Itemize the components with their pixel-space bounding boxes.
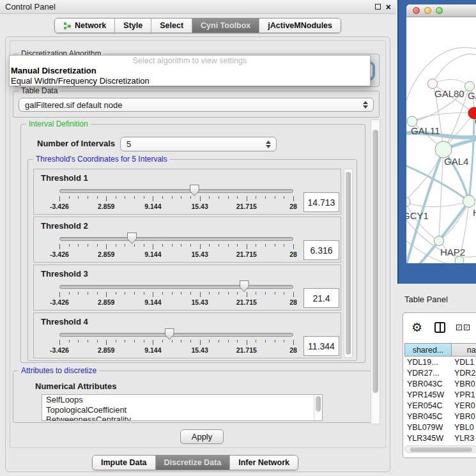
table-row[interactable]: YIL052CYIL0 — [404, 443, 476, 445]
gear-icon[interactable]: ⚙ — [411, 321, 422, 334]
slider-thumb[interactable] — [165, 328, 174, 340]
scale-label: 2.859 — [98, 298, 114, 306]
tick-mark — [181, 340, 181, 342]
tick-mark — [162, 244, 163, 247]
tab-label: jActiveMNodules — [268, 21, 332, 30]
apply-button[interactable]: Apply — [180, 429, 224, 444]
checkbox-icon: ✓ — [464, 325, 470, 330]
table-row[interactable]: YDR27...YDR2 — [404, 367, 476, 378]
tab-discretize-data[interactable]: Discretize Data — [156, 456, 231, 470]
network-edge[interactable] — [469, 113, 474, 201]
tick-mark — [78, 244, 79, 247]
network-edge[interactable] — [406, 164, 469, 201]
menu-item-equal-width-frequency-discretization[interactable]: Equal Width/Frequency Discretization — [10, 76, 370, 86]
slider-thumb[interactable] — [190, 185, 199, 196]
scale-label: 21.715 — [236, 250, 257, 258]
network-canvas[interactable]: GAL80GACGAL11GAL4GCY1HHAP2 — [406, 17, 476, 263]
tab-infer-network[interactable]: Infer Network — [230, 456, 298, 470]
column-header-name[interactable]: name — [452, 343, 476, 357]
list-item-selfloops[interactable]: SelfLoops — [42, 395, 322, 405]
node-gcy1[interactable] — [406, 197, 410, 207]
node-gal80[interactable] — [428, 79, 438, 89]
table-row[interactable]: YBR045CYBR0 — [404, 411, 476, 422]
network-edge[interactable] — [406, 150, 443, 202]
table-data-select[interactable]: galFiltered.sif default node — [19, 98, 374, 112]
tick-mark — [237, 340, 238, 342]
select-columns-icon[interactable]: ✓ ✓ — [456, 325, 470, 330]
tab-jactivemnodules[interactable]: jActiveMNodules — [259, 19, 341, 33]
tab-impute-data[interactable]: Impute Data — [93, 456, 156, 470]
threshold-value-field[interactable]: 21.4 — [303, 288, 339, 308]
tick-mark — [153, 292, 153, 297]
attributes-listbox[interactable]: SelfLoopsTopologicalCoefficientBetweenne… — [42, 394, 323, 421]
slider-thumb[interactable] — [240, 280, 249, 292]
table-row[interactable]: YPR145WYPR1 — [404, 389, 476, 400]
tick-mark — [275, 244, 275, 247]
tick-mark — [181, 244, 181, 247]
slider-track[interactable] — [59, 285, 293, 289]
scale-label: -3.426 — [50, 298, 69, 306]
network-edge[interactable] — [433, 79, 470, 86]
tick-mark — [237, 196, 238, 199]
tab-style[interactable]: Style — [115, 19, 151, 33]
minimize-window-icon[interactable] — [424, 7, 431, 14]
list-item-betweennesscentrality[interactable]: BetweennessCentrality — [42, 415, 322, 421]
tab-label: Style — [123, 21, 142, 30]
threshold-panel-3: Threshold 3-3.4262.8599.14415.4321.71528… — [33, 265, 341, 311]
scale-label: 21.715 — [236, 346, 257, 354]
node-hap2[interactable] — [434, 236, 444, 246]
tick-mark — [200, 196, 201, 201]
slider-track[interactable] — [59, 237, 293, 241]
scale-label: 15.43 — [191, 346, 208, 354]
tab-cyni-toolbox[interactable]: Cyni Toolbox — [192, 19, 259, 33]
table-row[interactable]: YBR043CYBR0 — [404, 378, 476, 389]
threshold-value-field[interactable]: 14.713 — [303, 192, 339, 212]
close-panel-icon[interactable]: × — [386, 4, 391, 10]
network-edge[interactable] — [406, 47, 476, 113]
threshold-value-field[interactable]: 11.344 — [303, 336, 339, 356]
threshold-value-field[interactable]: 6.316 — [303, 240, 339, 260]
node-label-gcy1: GCY1 — [406, 210, 429, 221]
zoom-window-icon[interactable] — [436, 7, 443, 14]
network-window-titlebar[interactable] — [406, 4, 476, 17]
network-edge[interactable] — [406, 201, 469, 207]
tick-mark — [275, 196, 275, 199]
scale-label: 28 — [289, 298, 297, 306]
scrollbar-thumb[interactable] — [346, 172, 351, 355]
attributes-group: Attributes to discretize Numerical Attri… — [13, 371, 380, 423]
menu-item-manual-discretization[interactable]: Manual Discretization — [10, 66, 370, 76]
scrollbar-thumb[interactable] — [316, 396, 321, 411]
tick-mark — [293, 196, 294, 201]
close-window-icon[interactable] — [413, 7, 420, 14]
slider-track[interactable] — [59, 333, 293, 337]
table-hscrollbar[interactable] — [404, 445, 476, 453]
tab-select[interactable]: Select — [151, 19, 192, 33]
network-edge[interactable] — [412, 112, 474, 121]
scale-label: 2.859 — [98, 203, 114, 210]
node-h[interactable] — [463, 196, 475, 208]
scrollbar-thumb[interactable] — [410, 447, 472, 452]
slider-track[interactable] — [59, 189, 293, 193]
slider-scale-labels: -3.4262.8599.14415.4321.71528 — [59, 203, 293, 211]
table-row[interactable]: YDL19...YDL1 — [404, 357, 476, 367]
list-item-topologicalcoefficient[interactable]: TopologicalCoefficient — [42, 405, 322, 415]
tick-mark — [116, 292, 116, 295]
tab-network[interactable]: Network — [55, 19, 115, 33]
tick-mark — [153, 196, 153, 201]
panel-scrollbar[interactable] — [371, 119, 380, 424]
columns-icon[interactable] — [434, 322, 445, 333]
column-header-shared[interactable]: shared... — [404, 343, 452, 357]
attributes-scrollbar[interactable] — [314, 395, 322, 420]
scale-label: 2.859 — [98, 250, 114, 258]
cell-name: YER0 — [452, 401, 475, 410]
tick-mark — [293, 340, 294, 345]
scrollbar-thumb[interactable] — [372, 130, 378, 393]
thresholds-group: Threshold's Coordinates for 5 Intervals … — [27, 159, 357, 361]
table-row[interactable]: YER054CYER0 — [404, 400, 476, 411]
table-row[interactable]: YLR345WYLR3 — [404, 433, 476, 443]
number-of-intervals-select[interactable]: 5 — [120, 137, 277, 151]
table-row[interactable]: YBL079WYBL0 — [404, 422, 476, 433]
slider-thumb[interactable] — [127, 233, 137, 244]
thresholds-scrollbar[interactable] — [344, 169, 353, 358]
float-panel-icon[interactable] — [375, 4, 381, 10]
